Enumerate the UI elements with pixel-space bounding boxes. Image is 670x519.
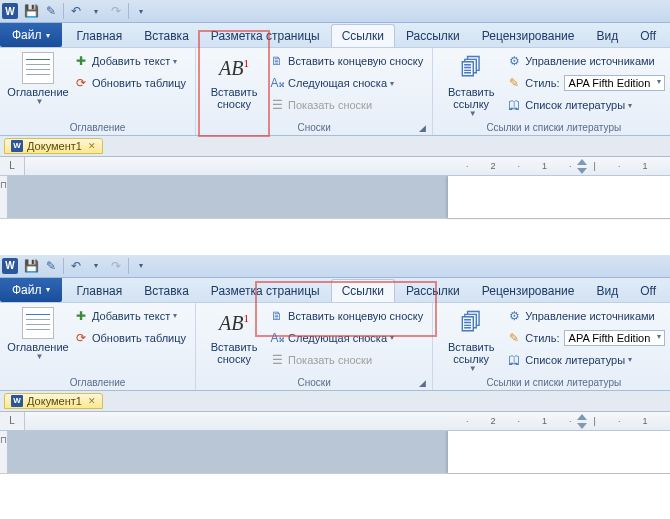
edit-icon[interactable]: ✎ — [42, 257, 60, 275]
undo-icon[interactable]: ↶ — [67, 257, 85, 275]
qat-customize-icon[interactable]: ▾ — [132, 257, 150, 275]
update-table-button[interactable]: ⟳ Обновить таблицу — [70, 327, 189, 349]
insert-endnote-button[interactable]: 🗎 Вставить концевую сноску — [266, 50, 426, 72]
word-doc-icon: W — [11, 140, 23, 152]
manage-sources-icon: ⚙ — [506, 308, 522, 324]
tab-file[interactable]: Файл — [0, 23, 62, 47]
document-page[interactable] — [448, 431, 670, 473]
indent-marker-top-icon[interactable] — [577, 414, 587, 420]
endnote-icon: 🗎 — [269, 308, 285, 324]
toc-icon — [22, 52, 54, 84]
style-dropdown[interactable]: ✎ Стиль: APA Fifth Edition — [503, 72, 668, 94]
dialog-launcher-icon[interactable]: ◢ — [419, 123, 426, 133]
show-notes-button[interactable]: ☰ Показать сноски — [266, 94, 426, 116]
indent-marker-bottom-icon[interactable] — [577, 168, 587, 174]
manage-sources-button[interactable]: ⚙ Управление источниками — [503, 305, 668, 327]
tab-layout[interactable]: Разметка страницы — [200, 24, 331, 47]
tab-insert[interactable]: Вставка — [133, 24, 200, 47]
ruler-vertical[interactable]: ⊓ — [0, 176, 8, 218]
chevron-down-icon: ▾ — [173, 311, 177, 320]
ruler-horizontal[interactable]: L ·2·1·|·1·2· — [0, 412, 670, 431]
tab-mailings[interactable]: Рассылки — [395, 24, 471, 47]
ruler-horizontal[interactable]: L ·2·1·|·1·2· — [0, 157, 670, 176]
tab-references[interactable]: Ссылки — [331, 279, 395, 302]
bibliography-button[interactable]: 🕮 Список литературы ▾ — [503, 94, 668, 116]
style-select[interactable]: APA Fifth Edition — [564, 330, 666, 346]
insert-footnote-button[interactable]: AB1 Вставить сноску — [202, 50, 266, 112]
insert-citation-button[interactable]: 🗐 Вставить ссылку ▼ — [439, 305, 503, 376]
redo-icon[interactable]: ↷ — [107, 2, 125, 20]
refresh-icon: ⟳ — [73, 330, 89, 346]
redo-icon[interactable]: ↷ — [107, 257, 125, 275]
add-text-button[interactable]: ✚ Добавить текст ▾ — [70, 305, 189, 327]
tab-view[interactable]: Вид — [585, 279, 629, 302]
next-footnote-label: Следующая сноска — [288, 77, 387, 89]
tab-review[interactable]: Рецензирование — [471, 279, 586, 302]
dialog-launcher-icon[interactable]: ◢ — [419, 378, 426, 388]
style-label: Стиль: — [525, 77, 559, 89]
bibliography-label: Список литературы — [525, 354, 625, 366]
toc-button[interactable]: Оглавление ▼ — [6, 50, 70, 109]
tab-references[interactable]: Ссылки — [331, 24, 395, 47]
style-dropdown[interactable]: ✎ Стиль: APA Fifth Edition — [503, 327, 668, 349]
tab-view[interactable]: Вид — [585, 24, 629, 47]
title-bar: W 💾 ✎ ↶ ▾ ↷ ▾ — [0, 255, 670, 278]
chevron-down-icon: ▾ — [390, 333, 394, 342]
undo-dropdown-icon[interactable]: ▾ — [87, 257, 105, 275]
undo-dropdown-icon[interactable]: ▾ — [87, 2, 105, 20]
tab-insert[interactable]: Вставка — [133, 279, 200, 302]
undo-icon[interactable]: ↶ — [67, 2, 85, 20]
tab-file[interactable]: Файл — [0, 278, 62, 302]
group-footnotes-label: Сноски ◢ — [202, 121, 426, 134]
tab-selector[interactable]: L — [0, 157, 25, 175]
indent-marker-top-icon[interactable] — [577, 159, 587, 165]
style-icon: ✎ — [506, 330, 522, 346]
show-notes-button[interactable]: ☰ Показать сноски — [266, 349, 426, 371]
insert-endnote-button[interactable]: 🗎 Вставить концевую сноску — [266, 305, 426, 327]
ruler-vertical[interactable]: ⊓ — [0, 431, 8, 473]
insert-citation-button[interactable]: 🗐 Вставить ссылку ▼ — [439, 50, 503, 121]
update-table-button[interactable]: ⟳ Обновить таблицу — [70, 72, 189, 94]
save-icon[interactable]: 💾 — [22, 257, 40, 275]
tab-review[interactable]: Рецензирование — [471, 24, 586, 47]
tab-off[interactable]: Off — [629, 279, 667, 302]
chevron-down-icon: ▾ — [390, 79, 394, 88]
tab-home[interactable]: Главная — [66, 24, 134, 47]
insert-endnote-label: Вставить концевую сноску — [288, 310, 423, 322]
insert-footnote-label: Вставить сноску — [211, 86, 258, 110]
document-tab[interactable]: W Документ1 ✕ — [4, 393, 103, 409]
add-text-button[interactable]: ✚ Добавить текст ▾ — [70, 50, 189, 72]
chevron-down-icon: ▾ — [628, 101, 632, 110]
qat-customize-icon[interactable]: ▾ — [132, 2, 150, 20]
tab-selector[interactable]: L — [0, 412, 25, 430]
document-page[interactable] — [448, 176, 670, 218]
group-footnotes-label: Сноски ◢ — [202, 376, 426, 389]
ruler-ticks: ·2·1·|·1·2· — [455, 415, 670, 427]
indent-marker-bottom-icon[interactable] — [577, 423, 587, 429]
qat-separator — [63, 258, 64, 274]
close-icon[interactable]: ✕ — [88, 141, 96, 151]
close-icon[interactable]: ✕ — [88, 396, 96, 406]
manage-sources-button[interactable]: ⚙ Управление источниками — [503, 50, 668, 72]
show-notes-label: Показать сноски — [288, 354, 372, 366]
toc-button[interactable]: Оглавление ▼ — [6, 305, 70, 364]
group-citations-label: Ссылки и списки литературы — [439, 376, 668, 389]
tab-mailings[interactable]: Рассылки — [395, 279, 471, 302]
save-icon[interactable]: 💾 — [22, 2, 40, 20]
style-select[interactable]: APA Fifth Edition — [564, 75, 666, 91]
bibliography-icon: 🕮 — [506, 352, 522, 368]
bibliography-button[interactable]: 🕮 Список литературы ▾ — [503, 349, 668, 371]
next-footnote-button[interactable]: A𝄪 Следующая сноска ▾ — [266, 72, 426, 94]
tab-off[interactable]: Off — [629, 24, 667, 47]
qat-separator — [128, 258, 129, 274]
ribbon: Оглавление ▼ ✚ Добавить текст ▾ ⟳ Обнови… — [0, 48, 670, 136]
tab-layout[interactable]: Разметка страницы — [200, 279, 331, 302]
title-bar: W 💾 ✎ ↶ ▾ ↷ ▾ — [0, 0, 670, 23]
next-footnote-button[interactable]: A𝄪 Следующая сноска ▾ — [266, 327, 426, 349]
insert-footnote-button[interactable]: AB1 Вставить сноску — [202, 305, 266, 367]
style-label: Стиль: — [525, 332, 559, 344]
document-tab[interactable]: W Документ1 ✕ — [4, 138, 103, 154]
tab-home[interactable]: Главная — [66, 279, 134, 302]
group-toc: Оглавление ▼ ✚ Добавить текст ▾ ⟳ Обнови… — [0, 48, 196, 135]
edit-icon[interactable]: ✎ — [42, 2, 60, 20]
